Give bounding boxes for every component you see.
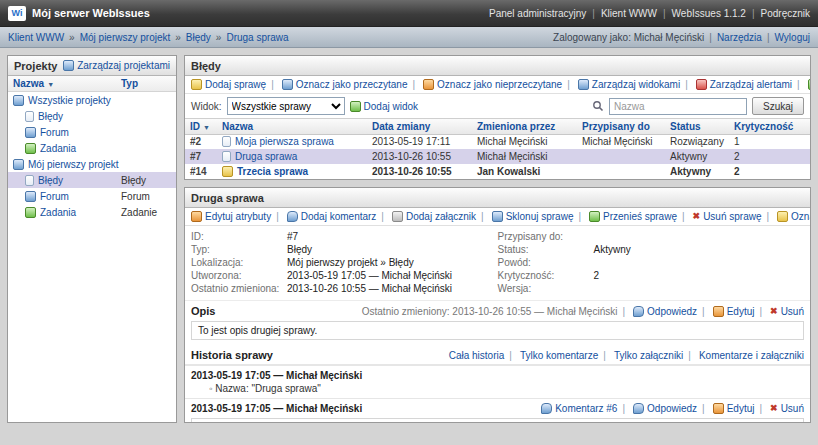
mark-issue-unread-link[interactable]: Oznacz jako nieprzeczytaną	[791, 211, 811, 222]
issue-reference-link[interactable]: #1	[291, 422, 302, 423]
description-title: Opis	[191, 305, 215, 317]
filter-attachments-link[interactable]: Tylko załączniki	[614, 350, 683, 361]
forum-folder-icon	[25, 191, 36, 202]
attr-label: Status:	[498, 243, 594, 256]
col-date[interactable]: Data zmiany	[367, 119, 472, 134]
tree-item-project[interactable]: Mój pierwszy projekt	[8, 156, 176, 172]
mark-read-link[interactable]: Oznacz jako przeczytane	[296, 79, 408, 90]
tree-item-forum-global[interactable]: Forum	[8, 124, 176, 140]
mark-unread-icon	[423, 79, 434, 90]
reply-link[interactable]: Odpowiedz	[647, 306, 697, 317]
admin-panel-link[interactable]: Panel administracyjny	[489, 8, 586, 19]
attributes-right: Przypisany do: Status:Aktywny Powód: Kry…	[498, 230, 805, 295]
logout-link[interactable]: Wyloguj	[762, 32, 810, 43]
col-assigned[interactable]: Przypisany do	[577, 119, 665, 134]
clone-issue-icon	[492, 211, 503, 222]
add-view-link[interactable]: Dodaj widok	[364, 101, 418, 112]
manual-link[interactable]: Podręcznik	[746, 8, 810, 19]
manage-projects[interactable]: Zarządzaj projektami	[63, 60, 170, 71]
edit-link[interactable]: Edytuj	[727, 403, 755, 414]
attr-value: 2	[594, 269, 600, 282]
view-label: Widok:	[191, 101, 222, 112]
col-name[interactable]: Nazwa	[217, 119, 367, 134]
history-entry-header: 2013-05-19 17:05 — Michał Męciński	[185, 365, 810, 383]
task-folder-icon	[25, 207, 36, 218]
manage-projects-link[interactable]: Zarządzaj projektami	[77, 60, 170, 71]
breadcrumb-folder[interactable]: Błędy	[170, 32, 211, 43]
breadcrumb: Klient WWW Mój pierwszy projekt Błędy Dr…	[8, 32, 289, 43]
attr-label: Przypisany do:	[498, 230, 594, 243]
issue-link[interactable]: Trzecia sprawa	[237, 166, 308, 177]
all-projects-icon	[13, 95, 24, 106]
attr-value: 2013-05-19 17:05 — Michał Męciński	[287, 269, 452, 282]
add-issue-link[interactable]: Dodaj sprawę	[205, 79, 266, 90]
filter-comments-attachments-link[interactable]: Komentarze i załączniki	[699, 350, 804, 361]
tree-item-bledy[interactable]: Błędy Błędy	[8, 172, 176, 188]
search-button[interactable]: Szukaj	[752, 97, 804, 115]
issues-table-header: ID Nazwa Data zmiany Zmieniona przez Prz…	[185, 119, 810, 134]
delete-link[interactable]: Usuń	[781, 306, 804, 317]
table-row[interactable]: #2 Moja pierwsza sprawa 2013-05-19 17:11…	[185, 134, 810, 149]
projects-panel: Projekty Zarządzaj projektami Nazwa Typ …	[7, 55, 177, 423]
web-client-link[interactable]: Klient WWW	[586, 8, 657, 19]
attr-label: Powód:	[498, 256, 594, 269]
delete-issue-link[interactable]: Usuń sprawę	[703, 211, 761, 222]
attr-label: Wersja:	[498, 282, 594, 295]
attr-label: Lokalizacja:	[191, 256, 287, 269]
tree-item-bledy-global[interactable]: Błędy	[8, 108, 176, 124]
col-changed-by[interactable]: Zmieniona przez	[472, 119, 577, 134]
table-row-unread[interactable]: #14 Trzecia sprawa 2013-10-26 10:55 Jan …	[185, 164, 810, 179]
comment-content: Odnośnik do sprawy #1.	[191, 418, 804, 423]
history-title: Historia sprawy	[191, 349, 273, 361]
delete-link[interactable]: Usuń	[781, 403, 804, 414]
webissues-app: Wi Mój serwer WebIssues Panel administra…	[0, 0, 818, 430]
webissues-logo-icon: Wi	[8, 6, 26, 21]
breadcrumb-issue[interactable]: Druga sprawa	[211, 32, 289, 43]
breadcrumb-project[interactable]: Mój pierwszy projekt	[64, 32, 170, 43]
add-issue-icon	[191, 79, 202, 90]
view-select[interactable]: Wszystkie sprawy	[227, 97, 345, 115]
filter-comments-link[interactable]: Tylko komentarze	[520, 350, 598, 361]
manage-views-link[interactable]: Zarządzaj widokami	[592, 79, 680, 90]
tree-item-zadania[interactable]: Zadania Zadanie	[8, 204, 176, 220]
description-actions: Ostatnio zmieniony: 2013-10-26 10:55 — M…	[362, 306, 804, 317]
add-comment-link[interactable]: Dodaj komentarz	[301, 211, 377, 222]
filter-all-link[interactable]: Cała historia	[449, 350, 505, 361]
edit-link[interactable]: Edytuj	[727, 306, 755, 317]
projects-title: Projekty	[14, 60, 57, 72]
clone-issue-link[interactable]: Sklonuj sprawę	[506, 211, 574, 222]
unread-issue-icon	[222, 166, 233, 177]
add-view[interactable]: Dodaj widok	[350, 101, 418, 112]
tools-link[interactable]: Narzędzia	[704, 32, 762, 43]
edit-attributes-link[interactable]: Edytuj atrybuty	[205, 211, 271, 222]
issue-link[interactable]: Moja pierwsza sprawa	[235, 136, 334, 147]
search-input[interactable]	[609, 98, 747, 115]
main-column: Błędy Dodaj sprawę Oznacz jako przeczyta…	[184, 55, 811, 423]
tree-item-all-projects[interactable]: Wszystkie projekty	[8, 92, 176, 108]
table-row-selected[interactable]: #7 Druga sprawa 2013-10-26 10:55 Michał …	[185, 149, 810, 164]
breadcrumb-client[interactable]: Klient WWW	[8, 32, 64, 43]
version-link[interactable]: WebIssues 1.1.2	[657, 8, 746, 19]
move-issue-link[interactable]: Przenieś sprawę	[603, 211, 677, 222]
attr-value: Aktywny	[594, 243, 631, 256]
comment-id-link[interactable]: Komentarz #6	[555, 403, 617, 414]
add-comment-icon	[287, 211, 298, 222]
col-severity[interactable]: Krytyczność	[729, 119, 810, 134]
history-entry-date: 2013-05-19 17:05 — Michał Męciński	[191, 403, 362, 414]
mark-unread-link[interactable]: Oznacz jako nieprzeczytane	[437, 79, 562, 90]
add-attachment-link[interactable]: Dodaj załącznik	[406, 211, 476, 222]
col-nazwa[interactable]: Nazwa	[13, 78, 121, 89]
col-id[interactable]: ID	[185, 119, 217, 134]
tree-item-forum[interactable]: Forum Forum	[8, 188, 176, 204]
col-status[interactable]: Status	[665, 119, 729, 134]
topbar-left: Wi Mój serwer WebIssues	[8, 6, 150, 21]
issue-link[interactable]: Druga sprawa	[235, 151, 297, 162]
tree-item-zadania-global[interactable]: Zadania	[8, 140, 176, 156]
attr-value: #7	[287, 230, 298, 243]
move-issue-icon	[589, 211, 600, 222]
manage-alerts-link[interactable]: Zarządzaj alertami	[710, 79, 792, 90]
col-typ[interactable]: Typ	[121, 78, 171, 89]
issues-panel: Błędy Dodaj sprawę Oznacz jako przeczyta…	[184, 55, 811, 180]
history-change: Nazwa: "Druga sprawa"	[185, 383, 810, 398]
reply-link[interactable]: Odpowiedz	[647, 403, 697, 414]
